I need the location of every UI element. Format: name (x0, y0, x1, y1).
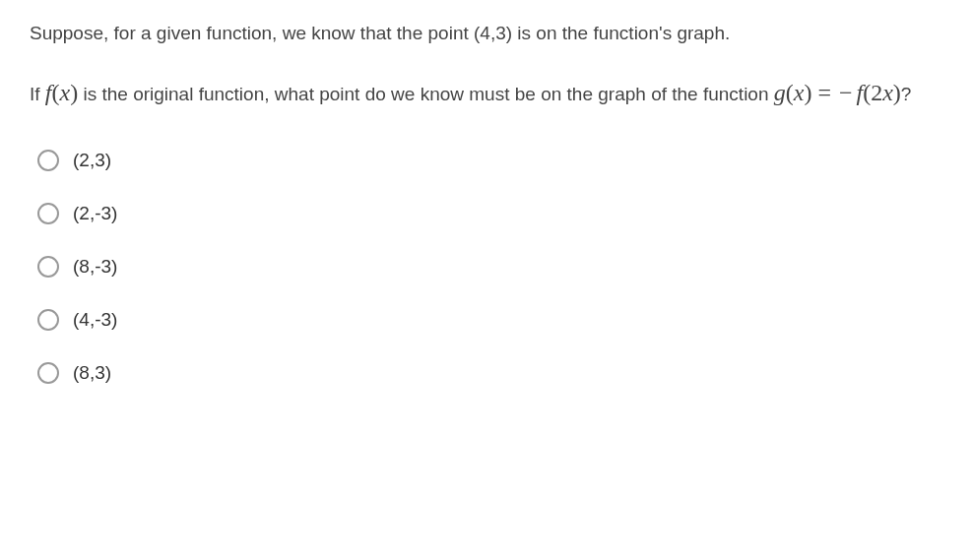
question-intro-text: Suppose, for a given function, we know t… (30, 20, 942, 48)
math-gx: g(x) (774, 80, 812, 105)
option-4[interactable]: (4,-3) (37, 309, 942, 331)
option-label: (2,-3) (73, 203, 117, 224)
radio-icon (37, 256, 59, 278)
option-label: (4,-3) (73, 309, 117, 331)
prompt-prefix: If (30, 84, 45, 104)
prompt-suffix: ? (901, 84, 912, 104)
option-3[interactable]: (8,-3) (37, 256, 942, 278)
option-2[interactable]: (2,-3) (37, 203, 942, 224)
radio-icon (37, 203, 59, 224)
option-label: (8,-3) (73, 256, 117, 278)
math-equals: = (817, 80, 831, 105)
radio-icon (37, 362, 59, 384)
option-5[interactable]: (8,3) (37, 362, 942, 384)
math-f2x: f(2x) (857, 80, 901, 105)
prompt-middle: is the original function, what point do … (78, 84, 774, 104)
math-minus: − (839, 80, 853, 105)
question-prompt: If f(x) is the original function, what p… (30, 72, 942, 114)
options-group: (2,3) (2,-3) (8,-3) (4,-3) (8,3) (30, 150, 942, 384)
option-1[interactable]: (2,3) (37, 150, 942, 171)
radio-icon (37, 309, 59, 331)
option-label: (2,3) (73, 150, 111, 171)
radio-icon (37, 150, 59, 171)
option-label: (8,3) (73, 362, 111, 384)
math-fx: f(x) (45, 80, 78, 105)
